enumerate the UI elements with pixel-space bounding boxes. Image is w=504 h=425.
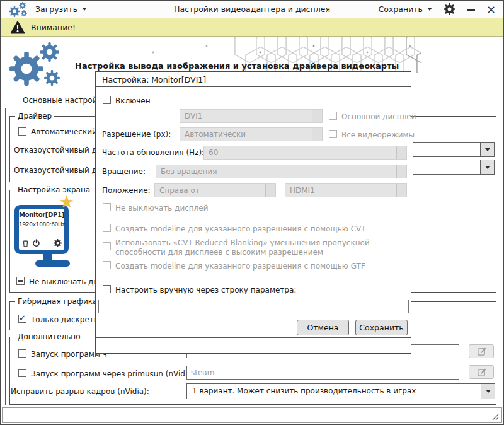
app-logo-gears-icon	[9, 2, 29, 18]
warning-triangle-icon	[10, 21, 25, 34]
dialog-save-button[interactable]: Сохранить	[355, 320, 408, 335]
output-select[interactable]: DVI1	[180, 109, 323, 123]
monitor-card[interactable]: Monitor[DP1] 1920x1080:60Hz	[14, 205, 69, 254]
dialog-title: Настройка: Monitor[DVI1]	[96, 72, 411, 87]
dropdown-arrow	[312, 128, 322, 141]
monitor-stand-base	[35, 260, 70, 267]
dropdown-arrow-button[interactable]	[480, 143, 494, 156]
auto-driver-label: Автоматический в	[31, 127, 104, 136]
monitor-name: Monitor[DP1]	[19, 211, 64, 218]
group-screen-legend: Настройка экрана	[15, 185, 93, 194]
group-extra-legend: Дополнительно	[15, 332, 83, 341]
failsafe-driver-label-1: Отказоустойчивый др	[14, 146, 102, 154]
output-value: DVI1	[185, 112, 202, 120]
page-header: Настройка вывода изображения и установка…	[75, 61, 399, 71]
settings-gear-button[interactable]	[444, 3, 455, 15]
dropdown-arrow	[312, 110, 322, 122]
tear-fix-select[interactable]: 1 вариант. Может снизить производительно…	[186, 383, 495, 399]
gtf-label: Создать modeline для указанного разрешен…	[115, 262, 365, 271]
cvt-checkbox[interactable]	[103, 224, 111, 232]
minimize-button[interactable]	[467, 9, 475, 11]
enabled-label: Включен	[115, 96, 151, 105]
dialog-keep-on-checkbox[interactable]	[103, 203, 111, 211]
resolution-select[interactable]: Автоматически	[180, 127, 323, 141]
dropdown-arrow	[396, 165, 406, 178]
auto-driver-checkbox[interactable]	[18, 127, 26, 136]
monitor-mode: 1920x1080:60Hz	[19, 221, 64, 228]
save-button-label: Сохранить	[379, 4, 423, 14]
all-modes-label: Все видеорежимы	[341, 131, 415, 139]
dropdown-arrow-button[interactable]	[480, 160, 494, 174]
refresh-rate-value: 60	[209, 148, 218, 157]
cvt-rb-label: Использовать «CVT Reduced Blanking» умен…	[115, 238, 403, 257]
dropdown-arrow-button[interactable]	[481, 384, 495, 399]
edit-run-apps-button-2[interactable]	[469, 365, 494, 379]
monitor-settings-gear-icon[interactable]	[54, 239, 62, 247]
save-button[interactable]: Сохранить	[379, 4, 432, 14]
cvt-rb-checkbox[interactable]	[103, 242, 111, 250]
tear-fix-label: Исправить разрыв кадров (nVidia):	[11, 387, 149, 396]
dropdown-arrow	[265, 184, 275, 197]
delete-monitor-trash-icon[interactable]	[21, 239, 30, 247]
caret-down-icon	[427, 8, 432, 11]
caret-down-icon	[82, 8, 87, 11]
caret-down-icon	[485, 166, 490, 169]
gtf-checkbox[interactable]	[103, 261, 111, 269]
status-bar	[2, 407, 502, 423]
failsafe-driver-label-2: Отказоустойчивый др	[14, 166, 102, 175]
failsafe-driver-select-2[interactable]	[413, 160, 495, 175]
app-logo-large-gears-icon	[8, 41, 69, 90]
load-button-label: Загрузить	[35, 4, 77, 14]
discrete-only-label: Только дискретно	[31, 315, 103, 324]
title-bar: Загрузить Настройки видеоадаптера и дисп…	[1, 1, 503, 18]
edit-pencil-icon	[477, 347, 486, 356]
enabled-checkbox[interactable]	[103, 96, 111, 104]
manual-config-input[interactable]	[98, 300, 409, 313]
manual-config-checkbox[interactable]	[103, 285, 111, 293]
refresh-rate-field[interactable]: 60	[203, 146, 407, 160]
position-select[interactable]: Справа от	[154, 183, 276, 197]
monitor-settings-dialog: Настройка: Monitor[DVI1] Включен DVI1 Ос…	[95, 71, 411, 354]
refresh-rate-label: Частота обновления (Hz):	[102, 148, 204, 157]
cancel-button[interactable]: Отмена	[297, 320, 349, 335]
app-window: Загрузить Настройки видеоадаптера и дисп…	[0, 0, 504, 425]
rotation-select[interactable]: Без вращения	[156, 165, 407, 178]
caret-down-icon	[485, 148, 490, 151]
group-driver-legend: Драйвер	[15, 112, 54, 120]
position-target-value: HDMI1	[290, 186, 315, 195]
primary-monitor-star-icon: ★	[59, 192, 74, 211]
cvt-label: Создать modeline для указанного разрешен…	[115, 224, 366, 233]
failsafe-driver-select-1[interactable]	[413, 142, 495, 157]
run-apps-checkbox-2[interactable]	[18, 369, 26, 377]
edit-pencil-icon	[477, 368, 486, 377]
primary-display-checkbox[interactable]	[329, 112, 337, 120]
resolution-label: Разрешение (px):	[102, 130, 171, 139]
dropdown-arrow	[396, 184, 406, 197]
power-monitor-icon[interactable]	[32, 239, 40, 247]
discrete-only-checkbox[interactable]	[18, 315, 26, 323]
warning-text: Внимание!	[31, 23, 76, 32]
caret-down-icon	[486, 390, 491, 393]
tear-fix-value: 1 вариант. Может снизить производительно…	[192, 387, 416, 395]
warning-bar: Внимание!	[1, 18, 503, 37]
edit-run-apps-button-1[interactable]	[469, 344, 494, 358]
manual-config-label: Настроить вручную через строку параметра…	[115, 286, 296, 294]
all-modes-checkbox[interactable]	[329, 130, 337, 138]
rotation-label: Вращение:	[102, 167, 146, 176]
group-hybrid-legend: Гибридная графика	[15, 297, 100, 306]
dialog-keep-on-label: Не выключать дисплей	[115, 204, 209, 212]
close-button[interactable]: ×	[486, 5, 496, 14]
run-apps-input-2[interactable]	[186, 366, 459, 380]
resolution-value: Автоматически	[185, 130, 246, 139]
keep-display-on-checkbox[interactable]	[16, 277, 25, 285]
load-button[interactable]: Загрузить	[35, 4, 87, 14]
dropdown-arrow	[396, 146, 406, 159]
position-label: Положение:	[102, 186, 151, 195]
position-target-select[interactable]: HDMI1	[285, 183, 407, 197]
run-apps-label-2: Запуск программ через primusun (nVidia):	[31, 370, 197, 378]
primary-display-label: Основной дисплей	[341, 112, 416, 121]
position-value: Справа от	[159, 186, 200, 195]
keep-display-on-label: Не выключать ди	[29, 277, 98, 286]
run-apps-checkbox-1[interactable]	[18, 349, 26, 358]
resize-grip-icon[interactable]	[490, 412, 499, 421]
